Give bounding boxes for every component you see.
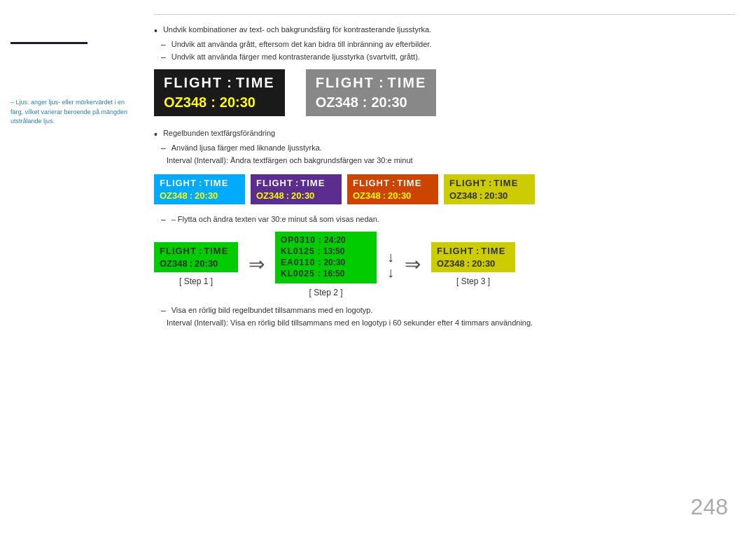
yellow-colon2: :	[479, 190, 482, 201]
dash-text-3: Använd ljusa färger med liknande ljussty…	[172, 143, 322, 152]
bullet-item-2: • Regelbunden textfärgsförändring	[154, 129, 735, 141]
step2-box: OP0310 : 24:20 KL0125 : 13:50 EA0110 : 2…	[275, 232, 377, 283]
bottom-dash-1: –	[161, 306, 166, 316]
orange-bottom: OZ348 : 20:30	[353, 190, 433, 201]
step3-number: OZ348	[437, 258, 465, 269]
step-dash: –	[161, 215, 166, 225]
step1-colon2: :	[190, 258, 192, 269]
step3-top: FLIGHT : TIME	[437, 246, 510, 256]
large-colon1-gray: :	[379, 75, 384, 91]
step3-bottom: OZ348 : 20:30	[437, 258, 510, 269]
dash-item-1: – Undvik att använda grått, eftersom det…	[154, 40, 735, 50]
large-timelabel-black: TIME	[236, 75, 275, 91]
flight-box-yellow: FLIGHT : TIME OZ348 : 20:30	[444, 174, 535, 204]
sidebar-line	[10, 42, 88, 44]
bullet-text-1: Undvik kombinationer av text- och bakgru…	[163, 25, 431, 34]
large-time-gray: 20:30	[372, 94, 407, 111]
dash-text-1: Undvik att använda grått, eftersom det k…	[172, 40, 432, 48]
large-label-black: FLIGHT	[164, 75, 223, 91]
purple-colon2: :	[286, 190, 289, 201]
step1-label: FLIGHT	[160, 246, 197, 256]
arrow-right-2: ⇒	[405, 253, 421, 276]
step1-colon1: :	[199, 246, 202, 256]
large-flight-black: FLIGHT : TIME OZ348 : 20:30	[154, 69, 285, 116]
step3-wrapper: FLIGHT : TIME OZ348 : 20:30 [ Step 3 ]	[431, 242, 515, 286]
flight-box-cyan: FLIGHT : TIME OZ348 : 20:30	[154, 174, 245, 204]
main-content: • Undvik kombinationer av text- och bakg…	[140, 0, 756, 534]
step3-timelabel: TIME	[481, 246, 505, 256]
mf-time-3: 20:30	[323, 258, 345, 267]
yellow-top: FLIGHT : TIME	[449, 178, 529, 188]
large-colon2-black: :	[211, 94, 216, 111]
orange-number: OZ348	[353, 190, 381, 201]
bullet-section-2: • Regelbunden textfärgsförändring – Anvä…	[154, 129, 735, 164]
cyan-number: OZ348	[160, 190, 188, 201]
mf-time-4: 16:50	[323, 269, 345, 279]
mf-row-1: OP0310 : 24:20	[281, 235, 371, 245]
page-number: 248	[691, 494, 728, 520]
step3-box: FLIGHT : TIME OZ348 : 20:30	[431, 242, 515, 272]
dash-item-4: Interval (Intervall): Ändra textfärgen o…	[154, 156, 735, 164]
step1-bottom: OZ348 : 20:30	[160, 258, 232, 269]
large-flight-gray: FLIGHT : TIME OZ348 : 20:30	[306, 69, 437, 116]
large-colon1-black: :	[227, 75, 232, 91]
purple-number: OZ348	[256, 190, 284, 201]
orange-timelabel: TIME	[397, 178, 421, 188]
cyan-colon1: :	[199, 178, 202, 188]
step3-label: FLIGHT	[437, 246, 474, 256]
mf-code-1: OP0310	[281, 235, 316, 245]
step1-box: FLIGHT : TIME OZ348 : 20:30	[154, 242, 238, 272]
mf-row-2: KL0125 : 13:50	[281, 246, 371, 256]
step1-wrapper: FLIGHT : TIME OZ348 : 20:30 [ Step 1 ]	[154, 242, 238, 286]
large-label-gray: FLIGHT	[316, 75, 374, 91]
mf-time-1: 24:20	[324, 235, 346, 245]
sidebar-note: – Ljus: anger ljus- eller mörkervärdet i…	[10, 98, 130, 127]
orange-colon2: :	[383, 190, 386, 201]
four-boxes-row: FLIGHT : TIME OZ348 : 20:30 FLIGHT : TIM…	[154, 174, 735, 204]
step-note: – – Flytta och ändra texten var 30:e min…	[154, 215, 735, 225]
large-displays-row: FLIGHT : TIME OZ348 : 20:30 FLIGHT : TIM…	[154, 69, 735, 116]
page-container: – Ljus: anger ljus- eller mörkervärdet i…	[0, 0, 756, 534]
large-number-black: OZ348	[164, 94, 206, 111]
bullet-item-1: • Undvik kombinationer av text- och bakg…	[154, 25, 735, 37]
cyan-top: FLIGHT : TIME	[160, 178, 239, 188]
step-note-text: – Flytta och ändra texten var 30:e minut…	[172, 215, 379, 223]
bullet-dot-2: •	[154, 129, 158, 141]
mf-code-3: EA0110	[281, 258, 315, 267]
bottom-text-1: Visa en rörlig bild regelbundet tillsamm…	[172, 306, 373, 314]
dash-item-2: – Undvik att använda färger med kontrast…	[154, 52, 735, 62]
cyan-label: FLIGHT	[160, 178, 197, 188]
step1-label-text: [ Step 1 ]	[179, 276, 213, 286]
purple-bottom: OZ348 : 20:30	[256, 190, 336, 201]
mf-colon-3: :	[318, 258, 321, 267]
large-colon2-gray: :	[363, 94, 368, 111]
dash-mark-2: –	[161, 52, 166, 62]
step3-label-text: [ Step 3 ]	[456, 276, 490, 286]
orange-label: FLIGHT	[353, 178, 390, 188]
large-bottom-row-gray: OZ348 : 20:30	[316, 94, 427, 111]
step2-wrapper: OP0310 : 24:20 KL0125 : 13:50 EA0110 : 2…	[275, 232, 377, 297]
cyan-timelabel: TIME	[204, 178, 228, 188]
yellow-bottom: OZ348 : 20:30	[449, 190, 529, 201]
flight-box-orange: FLIGHT : TIME OZ348 : 20:30	[347, 174, 438, 204]
step1-number: OZ348	[160, 258, 188, 269]
step1-timelabel: TIME	[204, 246, 228, 256]
arrow-right-1: ⇒	[248, 253, 265, 276]
flight-box-purple: FLIGHT : TIME OZ348 : 20:30	[251, 174, 342, 204]
dash-item-3: – Använd ljusa färger med liknande ljuss…	[154, 143, 735, 153]
sidebar: – Ljus: anger ljus- eller mörkervärdet i…	[0, 0, 140, 534]
bottom-note-1: – Visa en rörlig bild regelbundet tillsa…	[154, 306, 735, 316]
bullet-dot-1: •	[154, 25, 158, 37]
purple-colon1: :	[295, 178, 298, 188]
mf-time-2: 13:50	[323, 246, 345, 256]
step1-time: 20:30	[195, 258, 218, 269]
yellow-colon1: :	[489, 178, 491, 188]
large-timelabel-gray: TIME	[388, 75, 427, 91]
step3-time: 20:30	[472, 258, 495, 269]
purple-timelabel: TIME	[300, 178, 325, 188]
dash-text-2: Undvik att använda färger med kontraster…	[172, 52, 420, 61]
purple-time: 20:30	[291, 190, 314, 201]
step2-label-text: [ Step 2 ]	[309, 288, 342, 297]
mf-colon-2: :	[318, 246, 321, 256]
yellow-number: OZ348	[449, 190, 477, 201]
